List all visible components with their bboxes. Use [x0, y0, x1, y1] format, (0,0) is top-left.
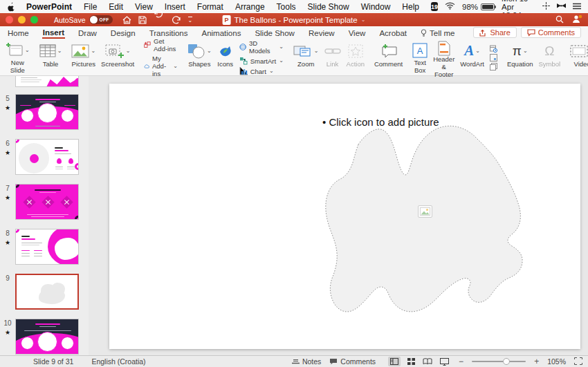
- date-time-button[interactable]: [490, 45, 497, 53]
- new-slide-button[interactable]: ⌄ New Slide: [3, 40, 33, 75]
- close-window-button[interactable]: [6, 16, 13, 23]
- slide-thumbnail-9-selected[interactable]: [15, 274, 79, 310]
- link-button[interactable]: Link: [322, 40, 344, 75]
- shapes-button[interactable]: ⌄ Shapes: [185, 40, 214, 75]
- insert-object-button[interactable]: [490, 63, 497, 70]
- apple-logo-icon[interactable]: [7, 2, 15, 12]
- equation-button[interactable]: π ⌄ Equation: [504, 40, 536, 75]
- save-button[interactable]: [138, 16, 147, 24]
- slide-thumbnail-6[interactable]: [15, 139, 79, 175]
- tab-view[interactable]: View: [348, 28, 367, 38]
- language-indicator[interactable]: English (Croatia): [91, 357, 145, 366]
- zoom-slider[interactable]: [472, 361, 526, 362]
- menu-window[interactable]: Window: [361, 2, 391, 12]
- tell-me-button[interactable]: Tell me: [420, 28, 455, 38]
- slide-number-button[interactable]: [490, 54, 497, 62]
- date-time-icon: [490, 45, 497, 53]
- wifi-icon[interactable]: [445, 2, 455, 11]
- tab-draw[interactable]: Draw: [77, 28, 98, 38]
- bird-icon: [217, 44, 234, 59]
- slide-canvas: • Click icon to add picture: [89, 76, 588, 355]
- comments-pane-button[interactable]: Comments: [329, 357, 376, 366]
- screenshot-button[interactable]: ⌄ Screenshot: [98, 40, 137, 75]
- tab-home[interactable]: Home: [7, 28, 30, 38]
- menu-arrange[interactable]: Arrange: [235, 2, 265, 12]
- chevron-down-icon: ⌄: [25, 48, 30, 53]
- table-button[interactable]: ⌄ Table: [37, 40, 65, 75]
- slideshow-view-button[interactable]: [438, 357, 450, 366]
- slide-number: 6: [0, 140, 15, 147]
- chevron-down-icon: ⌄: [279, 58, 284, 64]
- menu-slideshow[interactable]: Slide Show: [308, 2, 349, 12]
- minimize-window-button[interactable]: [18, 16, 26, 23]
- slide-number-icon: [490, 54, 497, 62]
- my-addins-button[interactable]: My Add-ins ⌄: [144, 55, 178, 77]
- normal-view-button[interactable]: [388, 357, 401, 366]
- search-icon[interactable]: [555, 14, 564, 26]
- zoom-button[interactable]: ⌄ Zoom: [291, 40, 322, 75]
- share-button[interactable]: Share: [473, 27, 516, 38]
- slide-sorter-view-button[interactable]: [405, 357, 417, 366]
- comment-button[interactable]: Comment: [371, 40, 405, 75]
- slide-thumbnail-7[interactable]: [15, 184, 79, 220]
- 3d-models-button[interactable]: 3D Models ⌄: [239, 39, 284, 55]
- status-bar: Slide 9 of 31 English (Croatia) Notes Co…: [0, 355, 588, 367]
- text-box-button[interactable]: A Text Box: [410, 40, 430, 75]
- symbol-button[interactable]: Ω Symbol: [536, 40, 564, 75]
- slide-thumbnail-5[interactable]: [15, 94, 79, 130]
- smartart-button[interactable]: SmartArt ⌄: [239, 57, 284, 65]
- bowtie-icon[interactable]: [557, 3, 566, 11]
- document-title[interactable]: P The Ballons - Powerpoint Template ⌄: [223, 15, 366, 25]
- get-addins-button[interactable]: Get Add-ins: [144, 37, 178, 53]
- menu-format[interactable]: Format: [197, 2, 223, 12]
- comments-button[interactable]: Comments: [521, 27, 581, 38]
- tab-acrobat[interactable]: Acrobat: [378, 28, 407, 38]
- undo-button[interactable]: ⌄: [154, 10, 165, 30]
- pictures-button[interactable]: ⌄ Pictures: [68, 40, 98, 75]
- presenter-share-icon[interactable]: [572, 14, 582, 26]
- animation-star-icon: ★: [0, 329, 15, 336]
- zoom-window-button[interactable]: [30, 16, 38, 23]
- header-footer-icon: [438, 41, 450, 56]
- customize-toolbar-button[interactable]: ⌄: [188, 17, 193, 23]
- slide-thumbnail-8[interactable]: [15, 229, 79, 265]
- autosave-toggle[interactable]: AutoSave OFF: [54, 15, 113, 24]
- crosshair-icon[interactable]: [542, 2, 550, 11]
- current-slide[interactable]: • Click icon to add picture: [109, 84, 580, 349]
- home-button[interactable]: [122, 16, 131, 24]
- menu-tools[interactable]: Tools: [277, 2, 296, 12]
- tab-review[interactable]: Review: [308, 28, 336, 38]
- chart-button[interactable]: Chart ⌄: [239, 67, 284, 75]
- zoom-percentage[interactable]: 105%: [547, 357, 566, 366]
- picture-placeholder-prompt: • Click icon to add picture: [322, 116, 439, 128]
- menu-file[interactable]: File: [84, 2, 97, 12]
- zoom-slider-knob[interactable]: [503, 358, 510, 365]
- menu-edit[interactable]: Edit: [109, 2, 123, 12]
- video-button[interactable]: ⌄ Video: [567, 40, 588, 75]
- header-footer-button[interactable]: Header & Footer: [430, 40, 457, 75]
- notification-center-icon[interactable]: [573, 3, 581, 11]
- slide-thumbnail-4-partial[interactable]: [15, 76, 79, 87]
- icons-button[interactable]: Icons: [214, 40, 237, 75]
- redo-button[interactable]: [172, 16, 181, 24]
- fit-slide-button[interactable]: [574, 357, 582, 366]
- action-button[interactable]: Action: [344, 40, 367, 75]
- battery-indicator[interactable]: 98%: [462, 3, 495, 11]
- slide-thumbnail-10[interactable]: [15, 319, 79, 355]
- menu-help[interactable]: Help: [402, 2, 419, 12]
- wordart-button[interactable]: A ⌄ WordArt: [457, 40, 487, 75]
- notes-button[interactable]: Notes: [292, 357, 321, 366]
- zoom-in-button[interactable]: +: [534, 357, 539, 366]
- pictures-icon: [71, 44, 89, 58]
- calendar-menu-icon[interactable]: 19: [431, 2, 438, 11]
- crown-shape: [46, 77, 79, 87]
- insert-picture-icon[interactable]: [418, 205, 432, 218]
- tab-animations[interactable]: Animations: [201, 28, 242, 38]
- chevron-down-icon: ⌄: [269, 68, 274, 74]
- macos-menubar: PowerPoint File Edit View Insert Format …: [0, 0, 588, 13]
- tab-slideshow[interactable]: Slide Show: [254, 28, 295, 38]
- reading-view-button[interactable]: [421, 357, 434, 366]
- zoom-out-button[interactable]: −: [459, 357, 463, 366]
- tab-insert[interactable]: Insert: [42, 27, 65, 39]
- menu-powerpoint[interactable]: PowerPoint: [26, 2, 72, 12]
